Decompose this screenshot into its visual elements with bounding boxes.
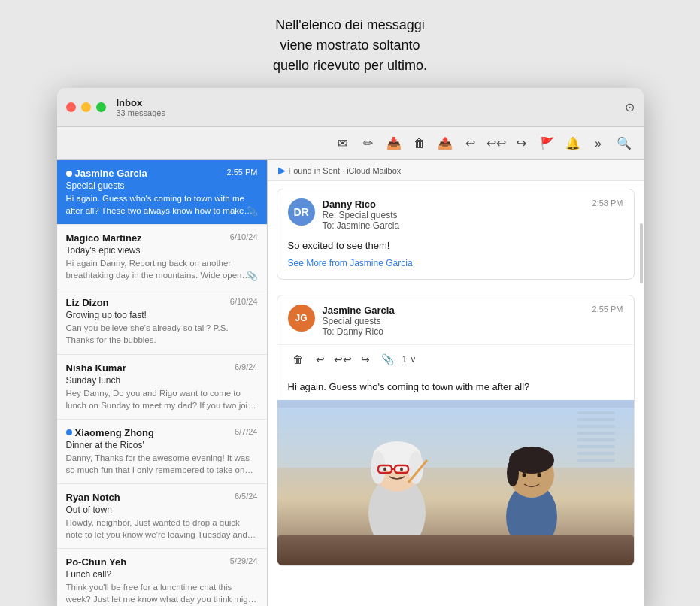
scrollbar-thumb[interactable] — [640, 223, 643, 283]
reply-message-button[interactable]: ↩ — [311, 350, 330, 369]
traffic-lights — [66, 102, 106, 112]
found-in-text: Found in Sent · iCloud Mailbox — [289, 166, 402, 175]
found-in-bar: ▶ Found in Sent · iCloud Mailbox — [268, 160, 644, 181]
toolbar: ✉ ✏ 📥 🗑 📤 ↩ ↩↩ ↪ 🚩 🔔 » 🔍 — [57, 127, 644, 160]
maximize-button[interactable] — [96, 102, 106, 112]
attachment-icon: 📎 — [247, 206, 258, 217]
title-bar: Inbox 33 messages ⊙ — [57, 88, 644, 127]
message-date: 6/10/24 — [230, 232, 258, 241]
inbox-title: Inbox — [117, 97, 165, 108]
email-to: To: Danny Rico — [323, 326, 585, 337]
email-from: Jasmine Garcia — [323, 305, 585, 316]
svg-point-15 — [523, 473, 526, 477]
attachment-icon: 📎 — [247, 271, 258, 281]
reply-all-message-button[interactable]: ↩↩ — [333, 350, 353, 369]
message-preview: Hi again. Guess who's coming to town wit… — [66, 192, 258, 217]
sender-name: Nisha Kumar — [66, 362, 126, 374]
avatar: JG — [288, 305, 315, 332]
detail-pane: ▶ Found in Sent · iCloud Mailbox DR Dann… — [268, 160, 644, 606]
email-image — [277, 400, 634, 565]
email-subject: Special guests — [323, 316, 585, 326]
message-preview: Hey Danny, Do you and Rigo want to come … — [66, 387, 258, 411]
sender-name: Ryan Notch — [66, 492, 120, 503]
flag-button[interactable]: 🚩 — [537, 133, 558, 154]
list-item[interactable]: Nisha Kumar 6/9/24 Sunday lunch Hey Dann… — [57, 355, 267, 420]
delete-button[interactable]: 🗑 — [409, 133, 430, 154]
sender-name: Jasmine Garcia — [75, 168, 147, 179]
message-date: 6/9/24 — [235, 362, 258, 371]
close-button[interactable] — [66, 102, 76, 112]
forward-button[interactable]: ↪ — [511, 133, 532, 154]
junk-button[interactable]: 📤 — [435, 133, 456, 154]
reply-all-button[interactable]: ↩↩ — [486, 133, 507, 154]
table-element — [277, 535, 634, 565]
message-subject: Dinner at the Ricos' — [66, 440, 258, 450]
list-item[interactable]: Magico Martinez 6/10/24 Today's epic vie… — [57, 225, 267, 289]
compose-button[interactable]: ✉ — [332, 133, 353, 154]
message-subject: Lunch call? — [66, 569, 258, 580]
sender-name: Xiaomeng Zhong — [75, 427, 154, 438]
app-window: Inbox 33 messages ⊙ ✉ ✏ 📥 🗑 📤 ↩ ↩↩ ↪ 🚩 🔔… — [57, 88, 644, 606]
list-item[interactable]: Ryan Notch 6/5/24 Out of town Howdy, nei… — [57, 484, 267, 549]
email-body-text: Hi again. Guess who's coming to town wit… — [277, 374, 634, 400]
message-count: 33 messages — [117, 108, 165, 117]
sender-name: Po-Chun Yeh — [66, 556, 127, 568]
avatar: DR — [288, 198, 315, 226]
message-preview: Think you'll be free for a lunchtime cha… — [66, 581, 258, 605]
delete-message-button[interactable]: 🗑 — [288, 350, 308, 369]
title-info: Inbox 33 messages — [117, 97, 165, 117]
message-date: 5/29/24 — [230, 556, 258, 565]
message-preview: Can you believe she's already so tall? P… — [66, 322, 258, 346]
message-subject: Today's epic views — [66, 245, 258, 256]
see-more-link[interactable]: See More from Jasmine Garcia — [288, 256, 623, 270]
more-button[interactable]: » — [588, 133, 609, 154]
message-date: 2:55 PM — [227, 168, 258, 177]
email-card-2: JG Jasmine Garcia Special guests To: Dan… — [277, 295, 635, 566]
list-item[interactable]: Jasmine Garcia 2:55 PM Special guests Hi… — [57, 160, 267, 225]
message-list[interactable]: Jasmine Garcia 2:55 PM Special guests Hi… — [57, 160, 268, 606]
email-from: Danny Rico — [323, 198, 585, 210]
reply-button[interactable]: ↩ — [460, 133, 481, 154]
svg-point-14 — [507, 459, 519, 486]
archive-button[interactable]: 📥 — [383, 133, 405, 154]
message-subject: Out of town — [66, 504, 258, 515]
email-time: 2:55 PM — [592, 305, 623, 314]
main-content: Jasmine Garcia 2:55 PM Special guests Hi… — [57, 160, 644, 606]
email-body: So excited to see them! See More from Ja… — [277, 238, 634, 279]
attachment-count: 1 ∨ — [402, 354, 417, 365]
message-preview: Danny, Thanks for the awesome evening! I… — [66, 452, 258, 476]
list-item[interactable]: Xiaomeng Zhong 6/7/24 Dinner at the Rico… — [57, 420, 267, 484]
sent-arrow-icon: ▶ — [278, 165, 286, 176]
notification-button[interactable]: 🔔 — [562, 133, 583, 154]
forward-message-button[interactable]: ↪ — [356, 350, 375, 369]
list-item[interactable]: Po-Chun Yeh 5/29/24 Lunch call? Think yo… — [57, 549, 267, 606]
search-button[interactable]: 🔍 — [614, 133, 635, 154]
message-subject: Special guests — [66, 180, 258, 191]
list-item[interactable]: Liz Dizon 6/10/24 Growing up too fast! C… — [57, 289, 267, 354]
message-date: 6/7/24 — [235, 427, 258, 436]
figure-right-svg — [494, 426, 569, 550]
unread-indicator — [66, 429, 72, 435]
sender-name: Magico Martinez — [66, 232, 142, 244]
email-time: 2:58 PM — [592, 198, 623, 208]
email-card-toolbar: 🗑 ↩ ↩↩ ↪ 📎 1 ∨ — [277, 344, 634, 374]
message-preview: Hi again Danny, Reporting back on anothe… — [66, 257, 258, 281]
new-message-button[interactable]: ✏ — [358, 133, 379, 154]
scrollbar-track[interactable] — [639, 193, 644, 606]
minimize-button[interactable] — [81, 102, 91, 112]
message-subject: Sunday lunch — [66, 375, 258, 386]
message-subject: Growing up too fast! — [66, 310, 258, 320]
email-meta: Danny Rico Re: Special guests To: Jasmin… — [323, 198, 585, 231]
svg-point-9 — [400, 467, 403, 471]
message-date: 6/5/24 — [235, 492, 258, 501]
email-meta: Jasmine Garcia Special guests To: Danny … — [323, 305, 585, 337]
sender-name: Liz Dizon — [66, 297, 109, 308]
message-date: 6/10/24 — [230, 297, 258, 306]
message-preview: Howdy, neighbor, Just wanted to drop a q… — [66, 517, 258, 541]
email-to: To: Jasmine Garcia — [323, 220, 585, 231]
attachment-button[interactable]: 📎 — [378, 350, 398, 369]
email-card-1: DR Danny Rico Re: Special guests To: Jas… — [277, 189, 635, 280]
annotation-top: Nell'elenco dei messaggiviene mostrato s… — [273, 15, 427, 76]
email-subject: Re: Special guests — [323, 210, 585, 220]
filter-icon[interactable]: ⊙ — [625, 100, 635, 114]
